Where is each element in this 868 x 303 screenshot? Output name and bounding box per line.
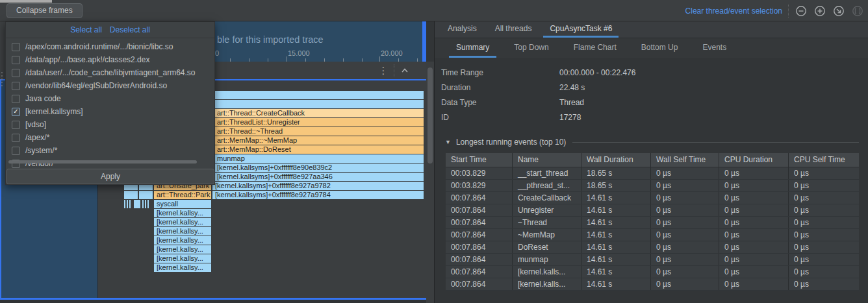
- flame-bar[interactable]: [127, 200, 128, 208]
- flame-scrollbar-thumb[interactable]: [428, 67, 433, 164]
- table-row[interactable]: 00:03.829__start_thread18.65 s0 µs0 µs0 …: [446, 167, 859, 180]
- banner-message: ble for this imported trace: [217, 34, 324, 45]
- flame-bar[interactable]: [129, 200, 131, 208]
- toolbar-separator: [788, 5, 789, 18]
- subtab-summary[interactable]: Summary: [449, 38, 496, 58]
- flame-bar[interactable]: [134, 200, 140, 208]
- flame-bar[interactable]: [kernel.kallsyms]+0xffffff8e927a9784: [212, 191, 424, 199]
- filter-item[interactable]: /apex/*: [6, 131, 214, 144]
- filter-item[interactable]: /vendor/*: [6, 157, 214, 170]
- flame-bar[interactable]: [139, 191, 153, 199]
- subtab-events[interactable]: Events: [695, 38, 734, 58]
- filter-item[interactable]: Java code: [6, 92, 214, 105]
- flame-bar[interactable]: [kernel.kallsy...: [154, 209, 211, 217]
- corner-strip: [0, 0, 52, 3]
- summary-value: 00:00.000 - 00:22.476: [559, 68, 635, 77]
- track-options-kebab-icon[interactable]: ⋮: [378, 64, 389, 78]
- checkbox-checked-icon[interactable]: ✓: [12, 108, 20, 116]
- frame-filter-popup: Select all Deselect all /apex/com.androi…: [5, 21, 215, 185]
- apply-button[interactable]: Apply: [6, 169, 214, 184]
- table-row[interactable]: 00:07.864CreateCallback14.61 s0 µs0 µs0 …: [446, 192, 859, 204]
- checkbox-unchecked-icon[interactable]: [12, 95, 20, 103]
- reset-zoom-icon[interactable]: [832, 5, 845, 18]
- table-row[interactable]: 00:07.864~MemMap14.61 s0 µs0 µs0 µs: [446, 229, 859, 241]
- longest-events-section-header[interactable]: ▼ Longest running events (top 10): [435, 136, 868, 149]
- col-header[interactable]: CPU Duration: [719, 153, 789, 167]
- tab-all-threads[interactable]: All threads: [489, 21, 539, 38]
- flame-bar[interactable]: [kernel.kallsyms]+0xffffff8e927a9782: [212, 182, 424, 190]
- checkbox-unchecked-icon[interactable]: [12, 121, 20, 129]
- filter-item[interactable]: /vendor/lib64/egl/eglSubDriverAndroid.so: [6, 79, 214, 92]
- filter-item[interactable]: /data/user/.../code_cache/libjvmtiagent_…: [6, 66, 214, 79]
- checkbox-unchecked-icon[interactable]: [12, 69, 20, 77]
- filter-item[interactable]: /data/app/.../base.apk!/classes2.dex: [6, 53, 214, 66]
- table-row[interactable]: 00:07.864[kernel.kalls...14.61 s0 µs0 µs…: [446, 278, 859, 291]
- flame-bar[interactable]: [kernel.kallsy...: [154, 245, 211, 254]
- analysis-subtabs: Summary Top Down Flame Chart Bottom Up E…: [435, 38, 868, 58]
- ruler-tick-label: 0: [215, 49, 219, 57]
- table-row[interactable]: 00:07.864[kernel.kalls...14.61 s0 µs0 µs…: [446, 266, 859, 278]
- col-header[interactable]: Wall Self Time: [651, 153, 719, 167]
- filter-item[interactable]: [vdso]: [6, 118, 214, 131]
- col-header[interactable]: Wall Duration: [581, 153, 651, 167]
- zoom-in-icon[interactable]: [813, 5, 826, 18]
- section-rule: [572, 142, 859, 143]
- summary-label: Time Range: [435, 66, 559, 80]
- flame-bar[interactable]: [kernel.kallsy...: [154, 227, 211, 236]
- flame-bar[interactable]: syscall: [154, 200, 211, 208]
- checkbox-unchecked-icon[interactable]: [12, 82, 20, 90]
- collapse-track-chevron-icon[interactable]: [399, 65, 411, 77]
- col-header[interactable]: CPU Self Time: [789, 153, 859, 167]
- flame-bar[interactable]: [124, 200, 125, 208]
- filter-item[interactable]: ✓[kernel.kallsyms]: [6, 105, 214, 118]
- tab-analysis[interactable]: Analysis: [441, 21, 483, 38]
- col-header[interactable]: Start Time: [446, 153, 513, 167]
- flame-bar[interactable]: [145, 200, 146, 208]
- zoom-out-icon[interactable]: [795, 5, 808, 18]
- table-row[interactable]: 00:07.864Unregister14.61 s0 µs0 µs0 µs: [446, 204, 859, 217]
- summary-label: Data Type: [435, 95, 559, 110]
- thread-tabs: Analysis All threads CpuAsyncTask #6: [435, 21, 868, 38]
- table-row[interactable]: 00:03.829__pthread_st...18.65 s0 µs0 µs0…: [446, 180, 859, 192]
- subtab-top-down[interactable]: Top Down: [507, 38, 555, 58]
- clear-selection-link[interactable]: Clear thread/event selection: [685, 6, 782, 16]
- popup-hscrollbar-thumb[interactable]: [8, 160, 197, 164]
- select-all-link[interactable]: Select all: [70, 25, 102, 34]
- checkbox-unchecked-icon[interactable]: [12, 147, 20, 155]
- section-title: Longest running events (top 10): [456, 138, 566, 147]
- collapse-frames-button[interactable]: Collapse frames: [6, 3, 83, 18]
- checkbox-unchecked-icon[interactable]: [12, 56, 20, 64]
- filter-item[interactable]: /apex/com.android.runtime/.../bionic/lib…: [6, 40, 214, 53]
- table-row[interactable]: 00:07.864munmap14.61 s0 µs0 µs0 µs: [446, 254, 859, 266]
- checkbox-unchecked-icon[interactable]: [12, 134, 20, 142]
- subtab-flame-chart[interactable]: Flame Chart: [567, 38, 624, 58]
- section-collapse-arrow-icon[interactable]: ▼: [445, 139, 451, 145]
- timeline-selection-bar[interactable]: [422, 21, 426, 62]
- bottom-strip: [0, 300, 434, 303]
- flame-bar[interactable]: [kernel.kallsy...: [154, 236, 211, 245]
- table-row[interactable]: 00:07.864DoReset14.61 s0 µs0 µs0 µs: [446, 241, 859, 254]
- track-drag-handle[interactable]: [1, 70, 3, 88]
- events-table-header[interactable]: Start Time Name Wall Duration Wall Self …: [446, 153, 859, 167]
- summary-block: Time Range00:00.000 - 00:22.476 Duration…: [435, 58, 868, 125]
- checkbox-unchecked-icon[interactable]: [12, 43, 20, 51]
- deselect-all-link[interactable]: Deselect all: [110, 25, 150, 34]
- toolbar: Collapse frames Clear thread/event selec…: [0, 0, 868, 21]
- flame-bar[interactable]: [kernel.kallsy...: [154, 218, 211, 226]
- subtab-bottom-up[interactable]: Bottom Up: [634, 38, 685, 58]
- zoom-to-selection-icon[interactable]: [851, 5, 864, 18]
- ruler-tick-label: 15.000: [288, 49, 310, 57]
- flame-bar[interactable]: [124, 191, 138, 199]
- flame-bar[interactable]: [142, 200, 144, 208]
- flame-bar[interactable]: [147, 200, 149, 208]
- flame-bar[interactable]: [kernel.kallsy...: [154, 263, 211, 272]
- flame-bar[interactable]: art::Thread::Park: [154, 191, 211, 199]
- tab-cpuasynctask[interactable]: CpuAsyncTask #6: [543, 21, 619, 38]
- summary-value: 22.48 s: [559, 83, 585, 92]
- header-separator: [394, 64, 394, 77]
- summary-label: ID: [435, 110, 559, 125]
- flame-bar[interactable]: [kernel.kallsy...: [154, 254, 211, 263]
- table-row[interactable]: 00:07.864~Thread14.61 s0 µs0 µs0 µs: [446, 217, 859, 229]
- filter-item[interactable]: /system/*: [6, 144, 214, 157]
- col-header[interactable]: Name: [513, 153, 581, 167]
